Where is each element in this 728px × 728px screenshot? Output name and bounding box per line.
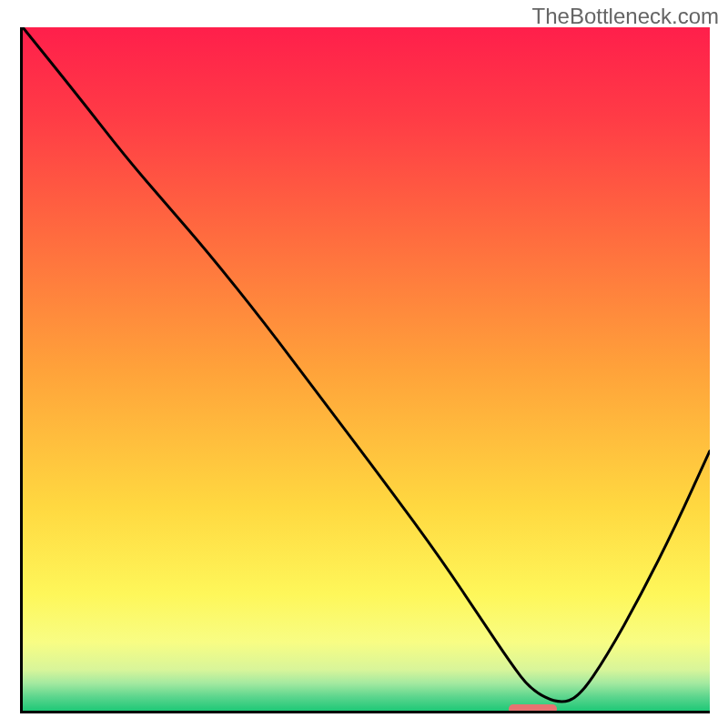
plot-area: [20, 27, 710, 713]
bottleneck-curve-svg: [23, 27, 710, 711]
watermark-text: TheBottleneck.com: [532, 4, 719, 29]
optimal-range-marker: [509, 704, 557, 713]
bottleneck-curve-path: [23, 27, 710, 702]
